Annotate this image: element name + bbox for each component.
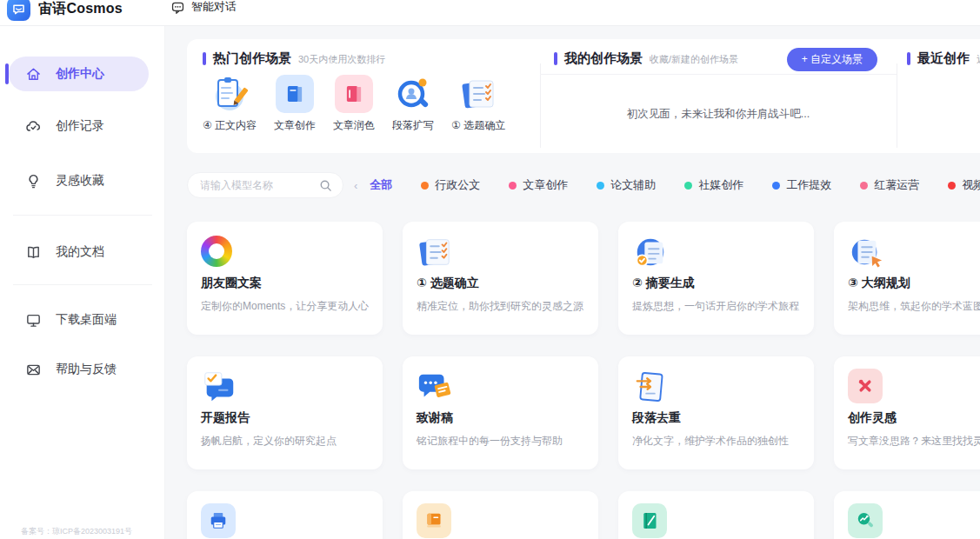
card-title: ③ 大纲规划 <box>848 276 910 291</box>
recent-creations-subtitle: 近 <box>977 53 980 66</box>
nav-smart-chat[interactable]: 智能对话 <box>170 0 237 15</box>
mail-icon <box>25 362 42 378</box>
notebook-icon <box>632 503 667 538</box>
model-filter-bar: ‹ 全部 行政公文 文章创作 论文辅助 社媒创作 工作提效 红薯运营 视频创作 … <box>187 171 980 199</box>
hot-scene-body-content[interactable]: ④ 正文内容 <box>203 75 257 133</box>
model-card-partial-3[interactable] <box>618 491 814 539</box>
sidebar: 创作中心 创作记录 灵感收藏 我的文档 下载桌面端 帮助与反馈 备案号：琼ICP… <box>0 26 165 539</box>
monitor-icon <box>25 312 42 329</box>
recent-creations-title: 最近创作 <box>917 50 970 67</box>
book-orange-icon <box>417 503 451 538</box>
clipboard-pencil-icon <box>210 75 249 113</box>
icp-filing-number: 备案号：琼ICP备2023003191号 <box>21 526 132 537</box>
section-accent-bar <box>907 52 910 65</box>
tab-dot <box>509 182 517 190</box>
tabs-scroll-left-icon[interactable]: ‹ <box>354 179 357 192</box>
app-logo[interactable]: 宙语Cosmos <box>7 0 123 21</box>
doc-check-icon <box>632 234 669 270</box>
card-title: ② 摘要生成 <box>632 276 695 291</box>
hot-scenes-subtitle: 30天内使用次数排行 <box>298 53 385 66</box>
sidebar-item-label: 我的文档 <box>56 244 104 260</box>
section-accent-bar <box>203 52 206 65</box>
sidebar-item-creation-records[interactable]: 创作记录 <box>9 109 149 143</box>
hot-scene-label: 文章创作 <box>274 118 316 133</box>
sidebar-item-label: 创作记录 <box>56 118 104 134</box>
hot-scene-label: ① 选题确立 <box>451 118 505 133</box>
hot-scene-label: ④ 正文内容 <box>203 118 257 133</box>
custom-scene-button[interactable]: + 自定义场景 <box>787 48 877 71</box>
card-title: ① 选题确立 <box>417 276 479 291</box>
card-desc: 铭记旅程中的每一份支持与帮助 <box>417 434 563 449</box>
card-desc: 提炼思想，一句话开启你的学术旅程 <box>632 299 799 314</box>
model-card-outline-planning[interactable]: ③ 大纲规划 架构思维，筑起你的学术蓝图 <box>834 222 980 335</box>
sidebar-item-label: 帮助与反馈 <box>56 362 117 377</box>
tab-all[interactable]: 全部 <box>370 177 392 193</box>
hot-scene-article-polish[interactable]: 文章润色 <box>333 75 375 133</box>
tab-video-creation[interactable]: 视频创作 <box>948 177 980 193</box>
tab-admin-docs[interactable]: 行政公文 <box>421 177 480 193</box>
hot-scene-paragraph-expand[interactable]: 段落扩写 <box>392 75 434 133</box>
tab-work-efficiency[interactable]: 工作提效 <box>772 177 831 193</box>
hot-scenes-title: 热门创作场景 <box>213 50 291 67</box>
model-card-partial-2[interactable] <box>403 491 598 539</box>
card-desc: 定制你的Moments，让分享更动人心 <box>201 299 369 314</box>
tab-thesis-assist[interactable]: 论文辅助 <box>597 177 656 193</box>
model-search-box[interactable] <box>187 172 343 198</box>
sidebar-item-creation-center[interactable]: 创作中心 <box>9 57 149 91</box>
tab-article-writing[interactable]: 文章创作 <box>509 177 568 193</box>
sidebar-item-label: 下载桌面端 <box>56 312 117 328</box>
tab-social-media[interactable]: 社媒创作 <box>684 177 743 193</box>
sidebar-divider <box>13 284 152 285</box>
model-card-partial-1[interactable] <box>187 491 383 539</box>
hot-scenes-section: 热门创作场景 30天内使用次数排行 ④ 正文内容 <box>187 39 540 153</box>
recent-creations-section: 最近创作 近 <box>897 39 980 153</box>
card-desc: 写文章没思路？来这里找找灵感 <box>848 434 980 449</box>
model-card-opening-report[interactable]: 开题报告 扬帆启航，定义你的研究起点 <box>187 356 383 469</box>
sidebar-item-help-feedback[interactable]: 帮助与反馈 <box>9 352 149 387</box>
category-tabs: 全部 行政公文 文章创作 论文辅助 社媒创作 工作提效 红薯运营 视频创作 商业… <box>370 177 980 193</box>
nav-smart-chat-label: 智能对话 <box>191 0 237 15</box>
tab-dot <box>772 182 780 190</box>
sidebar-item-my-documents[interactable]: 我的文档 <box>9 235 149 270</box>
open-book-icon <box>25 244 42 261</box>
moments-ring-icon <box>201 236 232 267</box>
my-scenes-section: 我的创作场景 收藏/新建的创作场景 + 自定义场景 初次见面，未来让我和你并肩战… <box>540 39 897 153</box>
model-card-moments-copy[interactable]: 朋友圈文案 定制你的Moments，让分享更动人心 <box>187 222 383 335</box>
hot-scene-label: 文章润色 <box>333 118 375 133</box>
hot-scene-topic-selection[interactable]: ① 选题确立 <box>451 75 505 133</box>
main-content: 热门创作场景 30天内使用次数排行 ④ 正文内容 <box>165 26 980 539</box>
doc-cursor-icon <box>848 234 884 270</box>
sidebar-item-inspiration-favorites[interactable]: 灵感收藏 <box>9 163 149 198</box>
book-red-icon <box>335 75 373 113</box>
card-title: 朋友圈文案 <box>201 276 262 291</box>
card-title: 致谢稿 <box>417 410 453 426</box>
book-blue-icon <box>276 75 314 113</box>
home-icon <box>25 66 42 83</box>
printer-icon <box>201 503 236 538</box>
model-card-creative-inspiration[interactable]: 创作灵感 写文章没思路？来这里找找灵感 <box>834 356 980 469</box>
card-desc: 精准定位，助你找到研究的灵感之源 <box>417 299 583 314</box>
hot-scene-article-writing[interactable]: 文章创作 <box>274 75 316 133</box>
model-card-abstract-generation[interactable]: ② 摘要生成 提炼思想，一句话开启你的学术旅程 <box>618 222 814 335</box>
tab-dot <box>684 182 692 190</box>
model-card-paragraph-dedup[interactable]: 段落去重 净化文字，维护学术作品的独创性 <box>618 356 814 469</box>
sidebar-divider <box>13 215 152 216</box>
model-card-partial-4[interactable] <box>834 491 980 539</box>
sidebar-item-download-desktop[interactable]: 下载桌面端 <box>9 303 149 337</box>
my-scenes-empty-text: 初次见面，未来让我和你并肩战斗吧... <box>540 74 897 153</box>
bubbles-paper-icon <box>417 369 453 405</box>
tab-redbook-ops[interactable]: 红薯运营 <box>860 177 919 193</box>
model-search-input[interactable] <box>200 173 322 197</box>
search-icon[interactable] <box>319 179 332 192</box>
model-card-acknowledgements[interactable]: 致谢稿 铭记旅程中的每一份支持与帮助 <box>403 356 598 469</box>
bubble-check-icon <box>201 369 237 405</box>
tab-dot <box>597 182 604 190</box>
model-card-topic-selection[interactable]: ① 选题确立 精准定位，助你找到研究的灵感之源 <box>403 222 598 335</box>
tab-dot <box>860 182 868 190</box>
tab-dot <box>421 182 429 190</box>
card-title: 开题报告 <box>201 410 250 426</box>
crossed-tools-icon <box>848 369 883 403</box>
chat-bubble-logo-icon <box>7 0 30 21</box>
sidebar-item-label: 创作中心 <box>56 66 104 82</box>
cloud-icon <box>25 118 42 135</box>
